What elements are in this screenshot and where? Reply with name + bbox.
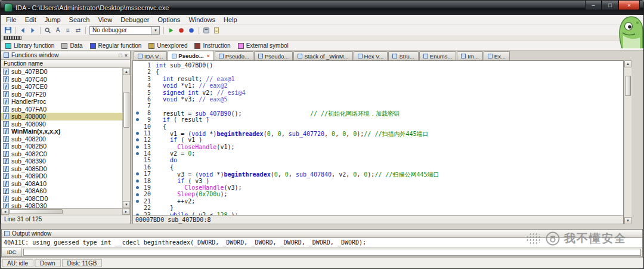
function-list-item[interactable]: fsub_407F20 bbox=[1, 91, 122, 98]
code-line[interactable]: 12 if ( v1 ) bbox=[134, 137, 623, 143]
function-list-item[interactable]: fsub_408A10 bbox=[1, 180, 122, 188]
functions-vertical-scrollbar[interactable]: ▲ ▼ bbox=[122, 68, 130, 208]
code-line[interactable]: 15 do bbox=[134, 157, 623, 163]
code-line[interactable]: 16 { bbox=[134, 164, 623, 171]
tab-pseudo-3[interactable]: Pseudo... bbox=[254, 51, 293, 60]
function-list-item[interactable]: fsub_4082C0 bbox=[1, 150, 122, 158]
pseudocode-view[interactable]: 1int sub_407BD0()2{3 int result; // eax@… bbox=[132, 60, 624, 224]
data-icon[interactable]: ≡ bbox=[63, 26, 73, 35]
code-line[interactable]: 1int sub_407BD0() bbox=[134, 62, 623, 69]
code-line[interactable]: 3 int result; // eax@1 bbox=[134, 76, 623, 82]
menu-search[interactable]: Search bbox=[65, 16, 94, 24]
horizontal-splitter[interactable] bbox=[1, 224, 643, 229]
code-line[interactable]: 6 void *v3; // eax@5 bbox=[134, 96, 623, 103]
scroll-thumb[interactable] bbox=[123, 92, 129, 128]
code-line[interactable]: 22 } bbox=[134, 205, 623, 211]
functions-horizontal-scrollbar[interactable]: ◄ ► bbox=[1, 208, 130, 215]
function-list-item[interactable]: fsub_4082B0 bbox=[1, 143, 122, 150]
navigation-band[interactable] bbox=[1, 35, 643, 41]
scroll-down-icon[interactable]: ▼ bbox=[123, 201, 130, 208]
chevron-down-icon[interactable]: ▼ bbox=[151, 27, 159, 34]
search-icon[interactable] bbox=[43, 26, 52, 35]
function-list-item[interactable]: fWinMain(x,x,x,x) bbox=[1, 128, 122, 135]
column-header-function-name[interactable]: Function name bbox=[1, 60, 130, 68]
code-line[interactable]: 8 result = sub_407B90(); // //初始化网络环境，加载… bbox=[134, 110, 623, 116]
function-list-item[interactable]: fsub_408200 bbox=[1, 135, 122, 143]
function-list-item[interactable]: fsub_407C40 bbox=[1, 76, 122, 84]
code-line[interactable]: 17 v3 = (void *)beginthreadex(0, 0, sub_… bbox=[134, 171, 623, 177]
float-panel-icon[interactable]: □ bbox=[119, 52, 122, 58]
scroll-thumb[interactable] bbox=[625, 76, 631, 96]
scroll-thumb[interactable] bbox=[9, 209, 63, 214]
function-list-item[interactable]: fsub_4085D0 bbox=[1, 165, 122, 173]
code-line[interactable]: 5 signed int v2; // esi@4 bbox=[134, 89, 623, 96]
function-list-item[interactable]: fsub_408A60 bbox=[1, 187, 122, 195]
code-vertical-scrollbar[interactable]: ▲ ▼ bbox=[624, 60, 631, 224]
tab-pseudo-1[interactable]: Pseudo...× bbox=[168, 51, 214, 60]
script-icon[interactable] bbox=[212, 26, 221, 35]
code-line[interactable]: 20 Sleep(0x7D0u); bbox=[134, 191, 623, 197]
functions-window-titlebar[interactable]: Functions window □ × bbox=[1, 51, 130, 60]
code-line[interactable]: 14 v2 = 0; bbox=[134, 150, 623, 157]
function-list-item[interactable]: fsub_408D30 bbox=[1, 202, 122, 208]
maximize-button[interactable]: □ bbox=[602, 1, 618, 10]
menu-edit[interactable]: Edit bbox=[21, 16, 41, 24]
scroll-track[interactable] bbox=[123, 75, 130, 201]
tab-im-8[interactable]: Im... bbox=[457, 51, 482, 60]
function-list-item[interactable]: fsub_407BD0 bbox=[1, 68, 122, 76]
tab-close-icon[interactable]: × bbox=[207, 53, 210, 59]
code-line[interactable]: 9 if ( result ) bbox=[134, 116, 623, 123]
breakpoint-blue-icon[interactable] bbox=[187, 26, 196, 35]
function-list-item[interactable]: fsub_4089D0 bbox=[1, 172, 122, 180]
scroll-up-icon[interactable]: ▲ bbox=[123, 68, 130, 75]
tab-ida-v-0[interactable]: IDA V... bbox=[134, 51, 167, 60]
function-list[interactable]: fsub_407BD0fsub_407C40fsub_407CE0fsub_40… bbox=[1, 68, 122, 208]
function-list-item[interactable]: fsub_407CE0 bbox=[1, 83, 122, 91]
scroll-down-icon[interactable]: ▼ bbox=[624, 217, 631, 224]
code-line[interactable]: 18 if ( v3 ) bbox=[134, 178, 623, 184]
tab-stack-of-winm-4[interactable]: Stack of _WinM... bbox=[293, 51, 352, 60]
function-list-item[interactable]: fsub_408CD0 bbox=[1, 195, 122, 203]
calculator-icon[interactable] bbox=[202, 26, 211, 35]
tab-ex-9[interactable]: Ex... bbox=[484, 51, 510, 60]
function-list-item[interactable]: fsub_408090 bbox=[1, 120, 122, 128]
scroll-track[interactable] bbox=[624, 67, 631, 217]
code-line[interactable]: 13 CloseHandle(v1); bbox=[134, 144, 623, 150]
code-line[interactable]: 21 ++v2; bbox=[134, 198, 623, 205]
scroll-track[interactable] bbox=[9, 209, 122, 215]
xref-icon[interactable]: ⇄ bbox=[73, 26, 83, 35]
menu-jump[interactable]: Jump bbox=[41, 16, 65, 24]
tab-enums-7[interactable]: Enums... bbox=[419, 51, 457, 60]
function-list-item[interactable]: fsub_408390 bbox=[1, 157, 122, 165]
scroll-left-icon[interactable]: ◄ bbox=[1, 209, 9, 215]
function-list-item[interactable]: fHandlerProc bbox=[1, 98, 122, 106]
title-bar[interactable]: IDA - C:\Users\Administrator\Desktop\mss… bbox=[1, 1, 643, 15]
tab-hex-v-5[interactable]: Hex V... bbox=[354, 51, 388, 60]
tab-pseudo-2[interactable]: Pseudo... bbox=[215, 51, 253, 60]
minimize-button[interactable]: – bbox=[585, 1, 602, 10]
forward-icon[interactable] bbox=[28, 26, 38, 35]
code-line[interactable]: 4 void *v1; // eax@2 bbox=[134, 82, 623, 89]
menu-help[interactable]: Help bbox=[219, 16, 242, 24]
code-line[interactable]: 19 CloseHandle(v3); bbox=[134, 184, 623, 191]
code-line[interactable]: 11 v1 = (void *)beginthreadex(0, 0, sub_… bbox=[134, 130, 623, 137]
tab-stru-6[interactable]: Stru... bbox=[388, 51, 418, 60]
code-line[interactable]: 2{ bbox=[134, 69, 623, 75]
code-line[interactable]: 7 bbox=[134, 103, 623, 109]
menu-windows[interactable]: Windows bbox=[184, 16, 219, 24]
code-line[interactable]: 10 { bbox=[134, 123, 623, 130]
menu-options[interactable]: Options bbox=[153, 16, 184, 24]
cli-input[interactable] bbox=[23, 249, 641, 256]
scroll-up-icon[interactable]: ▲ bbox=[624, 60, 631, 67]
close-panel-icon[interactable]: × bbox=[125, 52, 128, 58]
breakpoint-red-icon[interactable] bbox=[177, 26, 186, 35]
scroll-right-icon[interactable]: ► bbox=[122, 209, 130, 215]
debugger-select[interactable]: No debugger▼ bbox=[89, 26, 160, 35]
text-icon[interactable]: A bbox=[53, 26, 63, 35]
start-debugger-icon[interactable] bbox=[166, 26, 176, 35]
function-list-item[interactable]: fsub_408000 bbox=[1, 113, 122, 120]
close-button[interactable]: × bbox=[618, 1, 640, 10]
menu-debugger[interactable]: Debugger bbox=[116, 16, 153, 24]
save-icon[interactable] bbox=[3, 26, 13, 35]
menu-view[interactable]: View bbox=[94, 16, 116, 24]
